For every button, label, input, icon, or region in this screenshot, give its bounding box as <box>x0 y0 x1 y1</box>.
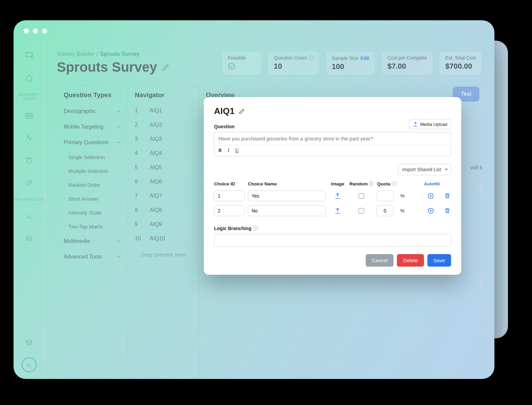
overview-widget-icon-1[interactable] <box>480 183 482 196</box>
edit-title-icon[interactable] <box>162 64 169 71</box>
metric-sample-size: Sample Size Edit 100 <box>325 51 376 75</box>
qtype-group[interactable]: Demographic <box>64 104 121 119</box>
info-icon[interactable]: i <box>392 181 397 186</box>
edit-question-title-icon[interactable] <box>239 108 245 114</box>
logic-branching-input[interactable] <box>214 234 451 247</box>
fingerprint-icon[interactable] <box>22 231 37 246</box>
choice-row: % <box>214 205 451 216</box>
breadcrumb: Survey Builder / Sprouts Survey <box>57 51 169 58</box>
qtype-subitem[interactable]: Multiple Selection <box>64 164 121 178</box>
info-icon[interactable]: i <box>369 181 373 186</box>
choice-random-checkbox[interactable] <box>359 193 364 199</box>
info-icon[interactable]: i <box>253 226 258 231</box>
bar-chart-icon[interactable] <box>22 209 37 224</box>
navigator-item[interactable]: 4AIQ4 <box>135 146 192 160</box>
autofill-button[interactable]: Autofill <box>424 181 470 186</box>
window-titlebar <box>14 20 494 41</box>
percent-label: % <box>400 193 421 199</box>
navigator-title: Navigator <box>135 91 192 99</box>
qtype-subitem[interactable]: Intensity Scale <box>64 206 121 220</box>
delete-choice-icon[interactable] <box>441 193 454 199</box>
main: Survey Builder / Sprouts Survey Sprouts … <box>45 41 494 379</box>
svg-point-1 <box>27 115 28 116</box>
activity-icon[interactable] <box>22 131 37 145</box>
choice-id-input[interactable] <box>214 205 244 216</box>
choice-image-upload-icon[interactable] <box>329 193 346 199</box>
window-dot-close[interactable] <box>24 28 29 33</box>
navigator-item[interactable]: 9AIQ9 <box>135 217 192 231</box>
info-icon[interactable]: i <box>309 55 314 60</box>
overview-widget-icon-2[interactable] <box>480 276 482 289</box>
breadcrumb-root[interactable]: Survey Builder <box>57 51 94 58</box>
choice-quota-input[interactable] <box>377 190 393 201</box>
chevron-up-icon <box>116 140 121 145</box>
svg-point-4 <box>228 63 234 69</box>
format-toolbar: B I U <box>214 145 451 156</box>
navigator-item[interactable]: 2AIQ2 <box>135 118 192 132</box>
edit-sample-size[interactable]: Edit <box>360 55 369 61</box>
save-button[interactable]: Save <box>427 254 451 267</box>
add-choice-icon[interactable] <box>424 207 438 214</box>
cancel-button[interactable]: Cancel <box>366 254 394 267</box>
qtype-group[interactable]: Mobile Targeting <box>64 119 121 135</box>
window-dot-max[interactable] <box>42 28 47 33</box>
qtype-subitem[interactable]: Two-Tap Matrix <box>64 220 121 233</box>
overview-panel: Overview Test will be AIQ1 <box>199 85 482 379</box>
navigator-item[interactable]: 3AIQ3 <box>135 132 192 146</box>
choice-quota-input[interactable] <box>377 205 393 216</box>
question-label: Question <box>214 124 235 129</box>
nav-section-data: DATA PRODUCTS <box>14 198 44 202</box>
qtype-group[interactable]: Advanced Tools <box>64 249 121 265</box>
window-dot-min[interactable] <box>33 28 38 33</box>
modal-title: AIQ1 <box>214 106 235 116</box>
qtype-group[interactable]: Multimedia <box>64 233 121 249</box>
metric-cpc: Cost per Complete $7.00 <box>381 51 433 75</box>
chevron-down-icon <box>116 254 121 259</box>
svg-point-2 <box>30 115 31 116</box>
choice-header: Choice ID Choice Name Image Randomi Quot… <box>214 181 451 186</box>
vr-icon[interactable] <box>22 108 37 123</box>
metric-total: Est. Total Cost $700.00 <box>439 51 482 75</box>
graduation-icon[interactable] <box>22 335 37 350</box>
navigator-item[interactable]: 10AIQ10 <box>135 231 192 246</box>
content: RESEARCH TOOLS DATA PRODUCTS <box>14 41 494 379</box>
qtype-group[interactable]: Primary Questions <box>64 135 121 150</box>
chevron-down-icon <box>116 125 121 129</box>
home-icon[interactable] <box>22 70 37 85</box>
bold-button[interactable]: B <box>218 148 221 153</box>
qtype-subitem[interactable]: Ranked Order <box>64 178 121 192</box>
delete-button[interactable]: Delete <box>397 254 424 267</box>
navigator-item[interactable]: 8AIQ8 <box>135 203 192 217</box>
choice-random-checkbox[interactable] <box>359 208 364 213</box>
underline-button[interactable]: U <box>235 148 239 153</box>
avatar[interactable]: LL <box>22 357 37 372</box>
navigator-item[interactable]: 1AIQ1 <box>135 104 192 118</box>
import-shared-list-select[interactable]: Import Shared List <box>398 164 451 175</box>
choice-image-upload-icon[interactable] <box>329 207 346 214</box>
qtype-subitem[interactable]: Single Selection <box>64 150 121 164</box>
metrics: Feasible Question Count i 10 <box>221 51 482 75</box>
qtype-subitem[interactable]: Short Answer <box>64 192 121 206</box>
chevron-down-icon <box>116 239 121 244</box>
check-circle-icon <box>228 63 256 70</box>
choice-name-input[interactable] <box>248 205 326 216</box>
choice-name-input[interactable] <box>248 190 326 201</box>
drag-drop-zone[interactable]: Drag Question Here <box>135 246 192 264</box>
question-editor[interactable]: Have you purchased groceries from a groc… <box>214 132 451 156</box>
logo-icon[interactable] <box>22 48 37 63</box>
navigator-item[interactable]: 6AIQ6 <box>135 175 192 189</box>
delete-choice-icon[interactable] <box>441 207 454 214</box>
navigator-panel: Navigator 1AIQ12AIQ23AIQ34AIQ45AIQ56AIQ6… <box>128 85 199 379</box>
percent-label: % <box>400 208 421 213</box>
wand-icon[interactable] <box>22 175 37 190</box>
clipboard-icon[interactable] <box>22 153 37 168</box>
choice-id-input[interactable] <box>214 190 244 201</box>
media-upload-button[interactable]: Media Upload <box>409 119 451 129</box>
add-choice-icon[interactable] <box>424 193 438 199</box>
question-text[interactable]: Have you purchased groceries from a groc… <box>214 132 451 145</box>
navigator-item[interactable]: 7AIQ7 <box>135 189 192 203</box>
navigator-item[interactable]: 5AIQ5 <box>135 160 192 175</box>
italic-button[interactable]: I <box>228 148 229 153</box>
overview-partial-text: will be <box>471 165 482 171</box>
metric-question-count: Question Count i 10 <box>268 51 320 75</box>
